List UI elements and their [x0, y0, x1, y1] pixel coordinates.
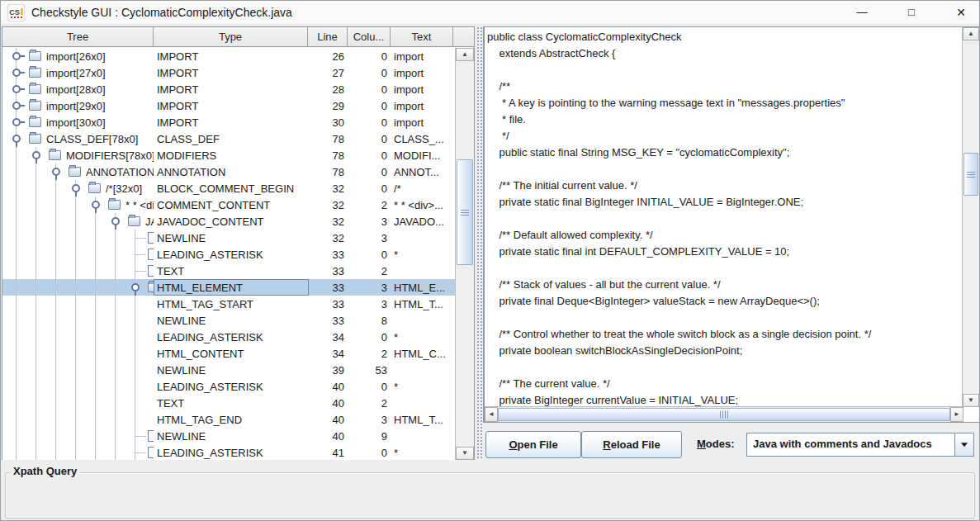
line-cell: 40 — [306, 430, 344, 443]
tree-guide-line — [16, 428, 17, 444]
tree-guide-line — [135, 312, 135, 329]
type-cell: CLASS_DEF — [157, 133, 220, 145]
tree-guide-line — [115, 362, 116, 378]
tree-guide-line — [55, 213, 56, 230]
maximize-button[interactable]: □ — [892, 0, 930, 25]
tree-guide-line — [55, 180, 56, 197]
table-row[interactable]: JAVADOC_CONTENTJAVADOC_CONTENT323JAVADO.… — [2, 213, 455, 230]
text-cell: HTML_C... — [394, 348, 453, 360]
modes-dropdown[interactable]: Java with comments and Javadocs — [746, 433, 974, 457]
scroll-down-icon[interactable]: ▼ — [963, 394, 979, 407]
expand-handle-icon[interactable] — [12, 118, 21, 126]
expand-handle-icon[interactable] — [12, 85, 21, 93]
column-header-text[interactable]: Text — [391, 27, 453, 46]
table-row[interactable]: LEADING_ASTERISKLEADING_ASTERISK340* — [2, 329, 455, 345]
collapse-handle-icon[interactable] — [92, 201, 100, 209]
line-cell: 33 — [306, 265, 344, 277]
reload-file-button[interactable]: Reload File — [581, 431, 682, 458]
tree-guide-line — [115, 230, 116, 246]
column-header-column[interactable]: Colu... — [348, 27, 391, 46]
type-cell: HTML_TAG_START — [157, 298, 253, 310]
table-row[interactable]: LEADING_ASTERISKLEADING_ASTERISK400* — [2, 378, 455, 395]
collapse-handle-icon[interactable] — [72, 184, 80, 192]
table-row[interactable]: import[26x0]IMPORT260import — [2, 48, 455, 64]
column-cell: 3 — [346, 282, 387, 294]
collapse-handle-icon[interactable] — [12, 135, 21, 143]
collapse-handle-icon[interactable] — [131, 283, 140, 291]
scroll-down-icon[interactable]: ▼ — [456, 447, 474, 460]
tree-guide-line — [75, 378, 76, 395]
xpath-query-panel: Expand/Collapse Find node by Xpath — [5, 472, 975, 519]
collapse-handle-icon[interactable] — [111, 217, 120, 225]
table-row[interactable]: NEWLINENEWLINE3953 — [2, 362, 455, 378]
table-row[interactable]: ANNOTATION[78x0]ANNOTATION780ANNOT... — [2, 163, 455, 180]
folder-icon — [148, 282, 154, 292]
scroll-up-icon[interactable]: ▲ — [456, 48, 474, 61]
tree-cell: LEADING_ASTERISK — [2, 378, 154, 395]
close-button[interactable]: ✕ — [942, 0, 980, 25]
scroll-up-icon[interactable]: ▲ — [963, 27, 979, 40]
table-row[interactable]: TEXTTEXT402 — [2, 395, 455, 411]
tree-guide-line — [36, 230, 36, 246]
column-header-tree[interactable]: Tree — [2, 27, 154, 46]
table-row[interactable]: HTML_TAG_STARTHTML_TAG_START333HTML_T... — [2, 296, 455, 312]
table-row[interactable]: import[27x0]IMPORT270import — [2, 64, 455, 81]
line-cell: 30 — [306, 116, 344, 129]
tree-scrollbar[interactable]: ▲ ▼ — [455, 48, 474, 460]
table-row[interactable]: HTML_TAG_ENDHTML_TAG_END403HTML_T... — [2, 411, 455, 428]
table-row[interactable]: HTML_ELEMENTHTML_ELEMENT333HTML_E... — [2, 279, 455, 296]
tree-node-label: JAVADOC_CONTENT — [145, 216, 154, 228]
column-cell: 0 — [346, 133, 387, 145]
code-scrollbar-thumb[interactable] — [963, 153, 978, 196]
table-row[interactable]: import[30x0]IMPORT300import — [2, 114, 455, 130]
code-line: private final Deque<BigInteger> valueSta… — [487, 293, 963, 310]
tree-guide-line — [95, 378, 96, 395]
tree-guide-line — [95, 362, 96, 378]
collapse-handle-icon[interactable] — [32, 151, 40, 159]
tree-guide-line — [115, 411, 116, 428]
code-horizontal-scrollbar[interactable]: ◄ ► — [485, 406, 963, 422]
split-pane-divider[interactable] — [476, 26, 482, 460]
table-row[interactable]: NEWLINENEWLINE323 — [2, 230, 455, 246]
table-row[interactable]: MODIFIERS[78x0]MODIFIERS780MODIFI... — [2, 147, 455, 163]
column-cell: 0 — [346, 67, 387, 79]
table-row[interactable]: NEWLINENEWLINE409 — [2, 428, 455, 444]
minimize-button[interactable]: — — [843, 0, 881, 25]
line-cell: 26 — [306, 50, 344, 63]
collapse-handle-icon[interactable] — [52, 168, 60, 176]
file-icon — [148, 249, 154, 260]
table-row[interactable]: * * <div>...COMMENT_CONTENT322* * <div>.… — [2, 197, 455, 213]
line-cell: 32 — [306, 199, 344, 211]
tree-scrollbar-thumb[interactable] — [457, 159, 473, 265]
source-code-view[interactable]: public class CyclomaticComplexityCheck e… — [485, 27, 963, 407]
line-cell: 32 — [306, 232, 344, 244]
table-row[interactable]: NEWLINENEWLINE338 — [2, 312, 455, 329]
type-cell: TEXT — [157, 397, 184, 410]
table-row[interactable]: LEADING_ASTERISKLEADING_ASTERISK330* — [2, 246, 455, 263]
dropdown-arrow-button[interactable] — [954, 433, 973, 456]
scroll-right-icon[interactable]: ► — [950, 407, 963, 422]
column-header-line[interactable]: Line — [308, 27, 348, 46]
code-hscrollbar-thumb[interactable] — [498, 408, 950, 421]
code-vertical-scrollbar[interactable]: ▲ ▼ — [962, 27, 979, 407]
tree-guide-line — [55, 296, 56, 312]
table-row[interactable]: CLASS_DEF[78x0]CLASS_DEF780CLASS_... — [2, 130, 455, 147]
expand-handle-icon[interactable] — [12, 52, 21, 60]
tree-guide-line — [115, 279, 116, 296]
tree-guide-line — [115, 378, 116, 395]
table-row[interactable]: LEADING_ASTERISKLEADING_ASTERISK410* — [2, 444, 455, 460]
table-row[interactable]: import[29x0]IMPORT290import — [2, 97, 455, 114]
open-file-button[interactable]: Open File — [485, 431, 581, 458]
scroll-left-icon[interactable]: ◄ — [485, 407, 498, 422]
tree-guide-line — [16, 444, 17, 460]
table-row[interactable]: import[28x0]IMPORT280import — [2, 81, 455, 97]
tree-cell: LEADING_ASTERISK — [2, 444, 154, 460]
expand-handle-icon[interactable] — [12, 102, 21, 110]
code-line — [487, 211, 963, 227]
expand-handle-icon[interactable] — [12, 69, 21, 77]
table-row[interactable]: /*[32x0]BLOCK_COMMENT_BEGIN320/* — [2, 180, 455, 197]
column-header-type[interactable]: Type — [154, 27, 308, 46]
tree-guide-line — [55, 378, 56, 395]
table-row[interactable]: TEXTTEXT332 — [2, 263, 455, 279]
table-row[interactable]: HTML_CONTENTHTML_CONTENT342HTML_C... — [2, 345, 455, 362]
